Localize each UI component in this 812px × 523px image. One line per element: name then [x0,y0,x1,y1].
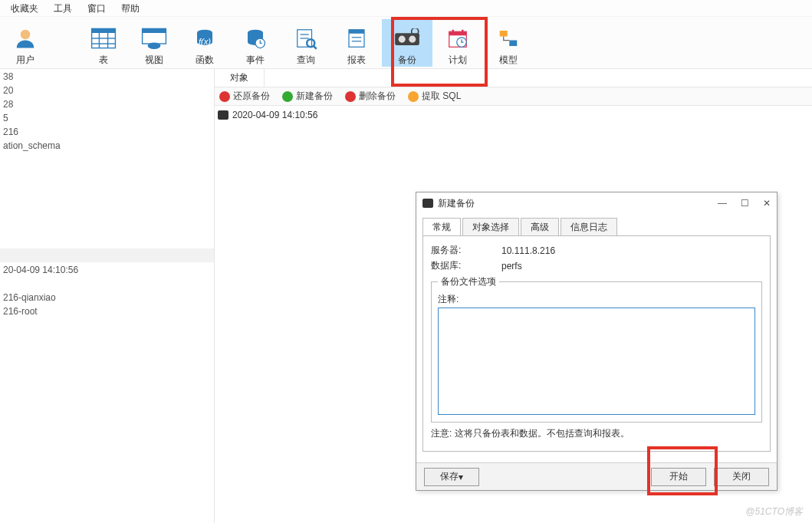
action-label: 提取 SQL [422,90,461,103]
tree-item[interactable]: 20-04-09 14:10:56 [0,262,214,276]
tree-item[interactable]: 216-root [0,304,214,317]
server-label: 服务器: [431,244,501,257]
svg-text:f(x): f(x) [199,37,211,46]
restore-icon [219,91,230,102]
svg-line-17 [314,46,317,49]
save-button[interactable]: 保存 [424,468,479,486]
tool-function-label: 函数 [196,54,214,67]
tab-advanced[interactable]: 高级 [521,218,559,236]
tree-item[interactable]: 216 [0,124,214,138]
tree-item[interactable]: ation_schema [0,138,214,152]
tree-item[interactable] [0,276,214,290]
tree-item[interactable]: 5 [0,110,214,124]
action-delete-backup[interactable]: 删除备份 [345,90,396,103]
list-item[interactable]: 2020-04-09 14:10:56 [218,108,809,122]
start-button[interactable]: 开始 [651,468,706,486]
svg-rect-32 [500,31,508,37]
new-icon [282,91,293,102]
table-icon [89,25,118,51]
tool-event-label: 事件 [246,54,265,67]
delete-icon [345,91,356,102]
watermark: @51CTO博客 [745,505,803,518]
svg-rect-2 [92,28,116,33]
action-label: 删除备份 [359,90,396,103]
tree-item[interactable] [0,235,214,248]
tool-schedule-label: 计划 [449,54,467,67]
list-item-label: 2020-04-09 14:10:56 [232,110,317,120]
backup-icon [393,25,422,51]
event-icon [241,25,270,51]
dialog-titlebar[interactable]: 新建备份 — ☐ ✕ [416,192,777,214]
tree-item[interactable]: 38 [0,69,214,83]
connection-tree[interactable]: 38 20 28 5 216 ation_schema 20-04-09 14:… [0,69,215,523]
tool-schedule[interactable]: 计划 [432,19,483,67]
tab-general[interactable]: 常规 [422,218,461,236]
view-icon [140,25,169,51]
tree-item[interactable] [0,166,214,179]
tree-item[interactable]: 28 [0,97,214,110]
tool-user-label: 用户 [16,54,35,67]
tree-item[interactable] [0,152,214,166]
tool-model[interactable]: 模型 [483,19,534,67]
note-textarea[interactable] [438,308,755,415]
close-dialog-button[interactable]: 关闭 [714,468,769,486]
tool-table[interactable]: 表 [78,19,129,67]
svg-rect-28 [449,31,467,35]
tool-view[interactable]: 视图 [129,19,179,67]
menu-favorites[interactable]: 收藏夹 [3,0,46,17]
tree-item[interactable] [0,193,214,207]
tool-report[interactable]: 报表 [331,19,382,67]
tab-log[interactable]: 信息日志 [561,218,617,236]
object-tabs: 对象 [215,69,812,87]
tool-backup-label: 备份 [398,54,416,67]
close-button[interactable]: ✕ [763,198,771,209]
report-icon [342,25,371,51]
server-value: 10.111.8.216 [501,245,555,256]
tab-objects[interactable]: 对象 [215,69,265,87]
tool-backup[interactable]: 备份 [382,19,432,67]
dialog-footer: 保存 开始 关闭 [416,462,777,490]
menu-window[interactable]: 窗口 [80,0,113,17]
svg-point-0 [21,30,31,40]
svg-rect-33 [509,41,517,47]
tool-table-label: 表 [99,54,108,67]
tree-item[interactable] [0,248,214,262]
backup-item-icon [218,110,228,120]
model-icon [494,25,523,51]
user-icon [11,25,40,51]
menu-help[interactable]: 帮助 [113,0,147,17]
action-new-backup[interactable]: 新建备份 [282,90,333,103]
dialog-panel: 服务器:10.111.8.216 数据库:perfs 备份文件选项 注释: 注意… [422,235,771,452]
action-extract-sql[interactable]: 提取 SQL [408,90,461,103]
tree-item[interactable] [0,179,214,193]
action-restore-backup[interactable]: 还原备份 [219,90,270,103]
action-label: 还原备份 [233,90,270,103]
ribbon-toolbar: 用户 表 视图 f(x) 函数 事件 查询 报表 备份 计划 模型 [0,17,812,69]
schedule-icon [443,25,472,51]
function-icon: f(x) [190,25,219,51]
tool-query-label: 查询 [297,54,315,67]
backup-list[interactable]: 2020-04-09 14:10:56 [215,106,812,124]
dialog-icon [422,199,433,208]
maximize-button[interactable]: ☐ [741,198,749,209]
query-icon [291,25,321,51]
tab-object-select[interactable]: 对象选择 [462,218,519,236]
svg-rect-19 [349,30,364,34]
dialog-hint: 注意: 这将只备份表和数据。不包括查询和报表。 [431,427,762,440]
tool-query[interactable]: 查询 [281,19,331,67]
minimize-button[interactable]: — [718,198,727,209]
tree-item[interactable] [0,207,214,221]
object-toolbar: 还原备份 新建备份 删除备份 提取 SQL [215,87,812,106]
tool-function[interactable]: f(x) 函数 [179,19,230,67]
tree-item[interactable]: 216-qianxiao [0,290,214,304]
tree-item[interactable]: 20 [0,83,214,97]
tool-report-label: 报表 [347,54,366,67]
menu-bar: 收藏夹 工具 窗口 帮助 [0,0,812,17]
backup-file-options: 备份文件选项 注释: [431,275,762,423]
fieldset-legend: 备份文件选项 [438,275,499,288]
database-value: perfs [501,261,522,271]
tree-item[interactable] [0,221,214,235]
menu-tools[interactable]: 工具 [46,0,80,17]
tool-user[interactable]: 用户 [0,19,51,67]
tool-event[interactable]: 事件 [230,19,281,67]
